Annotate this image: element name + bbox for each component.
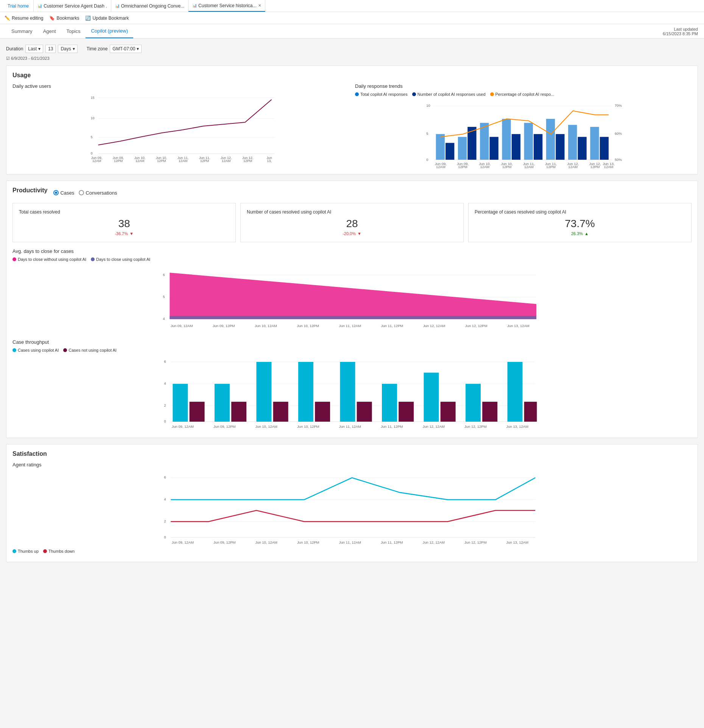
svg-rect-101 [315,402,330,422]
top-bar: Trial home 📊 Customer Service Agent Dash… [0,0,704,12]
radio-circle-conversations [79,190,84,195]
legend-dot-used [412,92,416,96]
svg-text:12AM: 12AM [179,159,188,163]
satisfaction-legend: Thumbs up Thumbs down [12,549,692,553]
svg-rect-41 [502,119,511,160]
svg-text:Jun 13, 12AM: Jun 13, 12AM [507,324,530,328]
main-content: Duration Last ▾ 13 Days ▾ Time zone GMT-… [0,39,704,574]
metric-value-1: 28 [247,218,457,230]
svg-rect-43 [524,123,533,160]
legend-cases-no-copilot: Cases not using copilot AI [63,348,117,352]
svg-rect-35 [436,134,445,160]
metric-pct-copilot: Percentage of cases resolved using copil… [468,203,692,242]
svg-rect-97 [231,402,246,422]
svg-text:2: 2 [164,403,166,407]
svg-text:15: 15 [91,96,95,100]
svg-rect-98 [256,362,271,422]
svg-rect-40 [490,137,498,160]
metric-change-val-2: 26.3% [571,231,583,236]
arrow-up-2: ▲ [584,231,589,236]
agent-ratings-svg: 6 4 2 0 Jun 09, 12AM Jun 09, 12PM Jun 10… [12,471,692,546]
svg-rect-102 [340,362,355,422]
svg-rect-50 [600,137,609,160]
metric-label-0: Total cases resolved [19,209,229,215]
usage-section: Usage Daily active users 15 10 5 0 [6,65,698,175]
duration-option-select[interactable]: Last ▾ [25,45,43,53]
duration-label: Duration [6,46,23,51]
svg-rect-42 [512,134,520,160]
radio-cases[interactable]: Cases [53,190,74,196]
svg-text:12PM: 12PM [502,165,512,169]
metric-value-2: 73.7% [475,218,685,230]
svg-text:4: 4 [164,381,166,385]
svg-text:0: 0 [91,151,93,155]
tab-icon-cs: 📊 [192,3,197,8]
svg-text:Jun 09, 12PM: Jun 09, 12PM [213,424,236,429]
legend-without-copilot: Days to close without using copilot AI [12,257,86,262]
tab-csa-dash[interactable]: 📊 Customer Service Agent Dash . [34,0,111,12]
tab-summary[interactable]: Summary [6,25,38,38]
svg-rect-47 [568,125,577,160]
svg-rect-100 [298,362,313,422]
svg-rect-94 [173,384,188,422]
duration-unit-select[interactable]: Days ▾ [58,45,77,53]
duration-unit-value: Days [61,46,71,51]
usage-title: Usage [12,72,692,79]
svg-text:12PM: 12PM [546,165,556,169]
svg-text:Jun 09, 12AM: Jun 09, 12AM [171,540,194,544]
duration-number-select[interactable]: 13 [45,45,56,53]
arrow-down-1: ▼ [357,231,361,236]
svg-text:Jun 10, 12AM: Jun 10, 12AM [255,424,277,429]
tab-topics[interactable]: Topics [61,25,86,38]
svg-text:13,: 13, [267,159,272,163]
svg-marker-76 [170,316,536,319]
svg-text:Jun 09, 12PM: Jun 09, 12PM [213,540,236,544]
resume-editing-btn[interactable]: ✏️ Resume editing [5,16,43,21]
tab-agent[interactable]: Agent [38,25,61,38]
tab-icon-csa: 📊 [37,4,42,8]
case-throughput-svg: 6 4 2 0 [12,355,692,430]
svg-text:6: 6 [163,273,165,277]
legend-label-pct: Percentage of copilot AI respo... [495,92,554,97]
svg-text:Jun 13, 12AM: Jun 13, 12AM [506,424,529,429]
svg-rect-44 [534,134,542,160]
satisfaction-title: Satisfaction [12,451,692,457]
svg-text:12PM: 12PM [458,165,467,169]
legend-cases-copilot: Cases using copilot AI [12,348,59,352]
tab-omnichannel[interactable]: 📊 Omnichannel Ongoing Conve... [111,0,188,12]
legend-dot-pct [490,92,494,96]
svg-text:50%: 50% [615,157,622,162]
productivity-section: Productivity Cases Conversations Total c… [6,181,698,438]
svg-text:Jun 10, 12AM: Jun 10, 12AM [255,540,277,544]
chevron-down-icon-unit: ▾ [73,46,75,51]
svg-text:Jun 10, 12PM: Jun 10, 12PM [297,424,319,429]
metric-value-0: 38 [19,218,229,230]
radio-conversations[interactable]: Conversations [79,190,117,196]
bookmark-icon: 🔖 [49,16,55,21]
metric-change-val-1: -20.0% [343,231,356,236]
legend-dot-thumbs-down [43,549,47,553]
svg-text:Jun 10, 12PM: Jun 10, 12PM [297,324,319,328]
case-throughput-title: Case throughput [12,339,692,345]
svg-text:Jun 11, 12AM: Jun 11, 12AM [339,540,361,544]
legend-label-no-copilot: Cases not using copilot AI [69,348,117,352]
tab-copilot-preview[interactable]: Copilot (preview) [86,24,133,38]
svg-text:12AM: 12AM [136,159,145,163]
timezone-select[interactable]: GMT-07:00 ▾ [110,45,142,53]
bookmarks-btn[interactable]: 🔖 Bookmarks [49,16,79,21]
productivity-header: Productivity Cases Conversations [12,187,692,198]
svg-text:12PM: 12PM [114,159,123,163]
svg-text:6: 6 [164,359,166,363]
svg-text:6: 6 [164,475,166,479]
legend-label-thumbs-down: Thumbs down [48,549,75,553]
legend-dot-copilot-cases [12,348,16,352]
daily-response-trends-svg: 10 5 0 70% 60% 50% [355,99,692,167]
svg-rect-108 [466,384,481,422]
tab-close-cs[interactable]: ✕ [258,3,261,8]
tab-label-csa: Customer Service Agent Dash . [44,3,107,9]
update-bookmark-btn[interactable]: 🔄 Update Bookmark [85,16,129,21]
trial-home-link[interactable]: Trial home [3,0,34,12]
metric-change-0: -36.7% ▼ [19,231,229,236]
daily-response-trends-chart: Daily response trends Total copilot AI r… [355,83,692,168]
tab-cs-historical[interactable]: 📊 Customer Service historica... ✕ [188,0,265,12]
